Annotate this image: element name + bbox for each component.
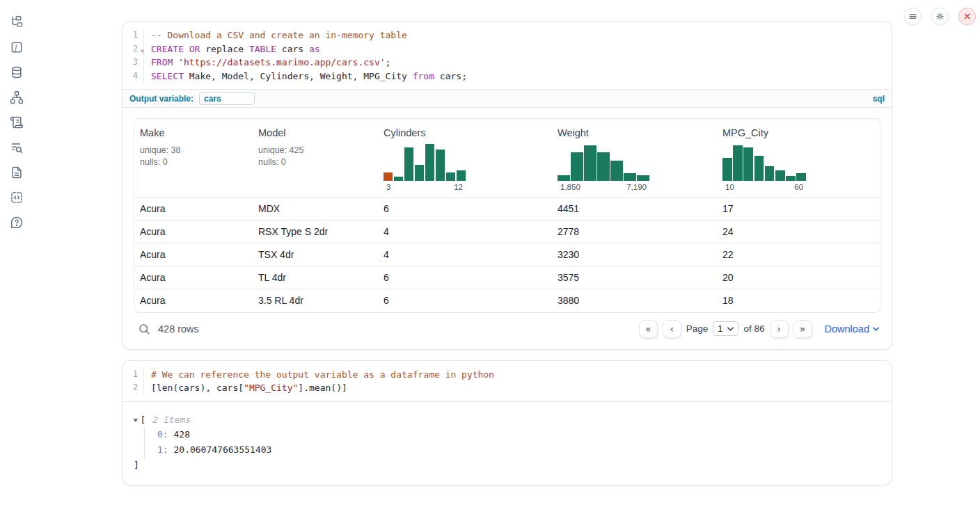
sql-code-editor[interactable]: 1-- Download a CSV and create an in-memo… (122, 22, 892, 89)
scratchpad-function-icon[interactable]: f (10, 40, 24, 54)
code-text: CREATE OR replace TABLE cars as (143, 42, 320, 56)
histogram-bar (404, 147, 413, 181)
tree-entry: 1: 20.060747663551403 (157, 442, 880, 458)
line-number: 1 (122, 368, 143, 382)
table-cell: 24 (717, 220, 880, 243)
table-search-button[interactable] (138, 323, 150, 335)
output-variable-row: Output variable: sql (122, 89, 892, 108)
code-line: 2[len(cars), cars["MPG_City"].mean()] (122, 381, 892, 395)
settings-button[interactable] (931, 8, 949, 25)
close-button[interactable] (958, 8, 976, 25)
table-cell: 3230 (552, 243, 717, 266)
output-variable-input[interactable] (199, 92, 255, 105)
column-title: Model (258, 127, 372, 138)
histogram-bar (558, 175, 570, 181)
search-logs-icon[interactable] (10, 140, 24, 154)
table-cell: Acura (134, 289, 253, 312)
output-variable-label: Output variable: (129, 94, 193, 104)
python-cell: 1# We can reference the output variable … (122, 360, 892, 485)
datasources-database-icon[interactable] (10, 65, 24, 79)
top-actions (904, 8, 976, 25)
download-button[interactable]: Download (825, 323, 880, 335)
column-header[interactable]: Cylinders312 (378, 119, 552, 198)
table-row[interactable]: AcuraTSX 4dr4323022 (134, 243, 880, 266)
table-row[interactable]: AcuraMDX6445117 (134, 198, 880, 220)
hamburger-icon (908, 12, 917, 21)
table-row[interactable]: AcuraTL 4dr6357520 (134, 266, 880, 289)
language-badge: sql (873, 94, 885, 104)
table-cell: Acura (134, 220, 253, 243)
column-header[interactable]: Makeunique: 38nulls: 0 (134, 119, 253, 198)
table-cell: 22 (717, 243, 880, 266)
histogram-bar (384, 172, 393, 181)
table-header-row: Makeunique: 38nulls: 0Modelunique: 425nu… (134, 119, 880, 198)
tree-close-bracket: ] (134, 458, 880, 472)
tree-items-count: 2 Items (152, 413, 191, 427)
histogram-bar (610, 161, 623, 181)
documentation-file-icon[interactable] (10, 166, 24, 179)
next-page-button[interactable]: › (770, 320, 789, 338)
close-icon (963, 12, 972, 21)
sidebar: f (0, 0, 33, 507)
table-footer: 428 rows « ‹ Page 1 of 86 › » Download (134, 320, 880, 338)
column-stats: unique: 425nulls: 0 (258, 145, 372, 168)
tree-collapse-toggle[interactable]: ▼ (133, 413, 138, 427)
sql-cell: 1-- Download a CSV and create an in-memo… (122, 21, 892, 350)
histogram-bar (786, 176, 796, 181)
tree-open-bracket: [ (140, 413, 145, 427)
table-cell: 4451 (552, 198, 717, 220)
tree-entry-key: 0: (157, 429, 168, 440)
code-text: FROM 'https://datasets.marimo.app/cars.c… (143, 56, 390, 70)
histogram-bar (637, 175, 649, 181)
histogram-bar (446, 172, 455, 181)
python-code-editor[interactable]: 1# We can reference the output variable … (122, 361, 892, 401)
table-cell: Acura (134, 198, 253, 220)
table-row[interactable]: Acura3.5 RL 4dr6388018 (134, 289, 880, 312)
tree-entry-key: 1: (157, 444, 168, 455)
histogram-bar (733, 145, 743, 181)
table-cell: 6 (378, 198, 552, 220)
column-title: MPG_City (722, 127, 874, 138)
histogram-bar (415, 165, 424, 181)
column-header[interactable]: Weight1,8507,190 (552, 119, 717, 198)
histogram-bar (597, 152, 610, 181)
column-title: Cylinders (384, 127, 546, 138)
logs-scroll-icon[interactable] (10, 115, 24, 129)
last-page-button[interactable]: » (793, 320, 812, 338)
code-text: -- Download a CSV and create an in-memor… (143, 29, 407, 42)
table-cell: 3880 (552, 289, 717, 312)
histogram-bar (796, 173, 806, 181)
column-histogram[interactable]: 1,8507,190 (558, 143, 649, 191)
code-line: 3FROM 'https://datasets.marimo.app/cars.… (122, 56, 892, 70)
column-header[interactable]: MPG_City1060 (717, 119, 880, 198)
histogram-bar (571, 152, 583, 181)
column-header[interactable]: Modelunique: 425nulls: 0 (253, 119, 378, 198)
prev-page-button[interactable]: ‹ (663, 320, 681, 338)
table-cell: 6 (378, 289, 552, 312)
line-number: 2 (122, 381, 143, 395)
column-histogram[interactable]: 1060 (722, 143, 806, 191)
histogram-bar (765, 166, 775, 181)
menu-button[interactable] (904, 8, 922, 25)
line-number: 1 (122, 29, 143, 42)
code-text: # We can reference the output variable a… (143, 368, 494, 382)
table-cell: 3575 (552, 266, 717, 289)
column-histogram[interactable]: 312 (384, 143, 466, 191)
svg-text:f: f (15, 44, 18, 51)
code-text: [len(cars), cars["MPG_City"].mean()] (143, 381, 347, 395)
dependency-graph-icon[interactable] (10, 90, 24, 104)
table-cell: 17 (717, 198, 880, 220)
file-explorer-icon[interactable] (10, 15, 24, 29)
help-icon[interactable] (10, 216, 24, 230)
code-line: 1-- Download a CSV and create an in-memo… (122, 29, 892, 42)
line-number: 4 (122, 70, 143, 83)
table-cell: 18 (717, 289, 880, 312)
table-cell: TL 4dr (253, 266, 378, 289)
page-label: Page (686, 323, 709, 334)
page-select[interactable]: 1 (713, 321, 738, 336)
table-row[interactable]: AcuraRSX Type S 2dr4277824 (134, 220, 880, 243)
snippets-code-icon[interactable] (10, 191, 24, 204)
first-page-button[interactable]: « (639, 320, 658, 338)
python-cell-output: ▼ [ 2 Items 0: 4281: 20.060747663551403 … (122, 401, 892, 485)
table-cell: 3.5 RL 4dr (253, 289, 378, 312)
